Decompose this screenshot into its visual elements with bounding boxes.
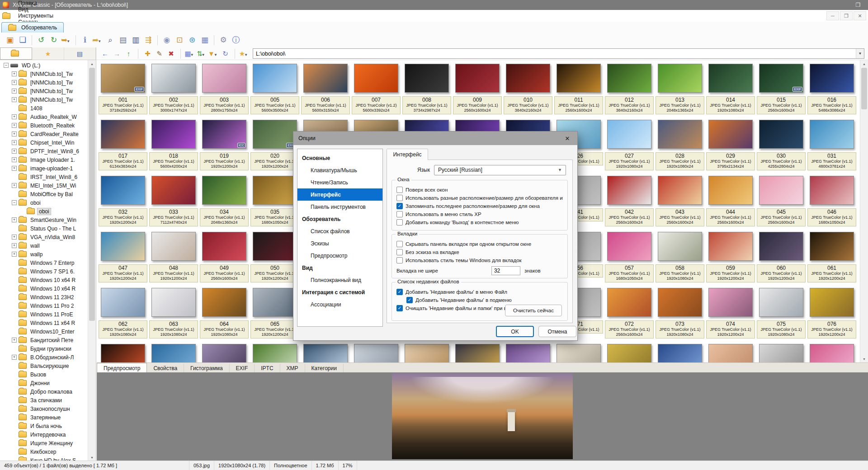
thumbnail-cell[interactable]: 049JPEG TrueColor (v1.1)2560x1600x24 <box>199 229 250 285</box>
info-tab-iptc[interactable]: IPTC <box>255 364 280 373</box>
mdi-close-button[interactable]: ✕ <box>854 11 866 20</box>
checkbox-unchecked[interactable] <box>396 187 403 193</box>
collapse-icon[interactable]: − <box>12 200 17 205</box>
dialog-tree-item-9[interactable]: Предпросмотр <box>297 249 382 262</box>
tree-item-23[interactable]: +wallp <box>0 250 88 258</box>
expand-icon[interactable]: + <box>12 235 17 240</box>
delete-button[interactable]: ✖ <box>166 49 176 59</box>
tree-item-4[interactable]: +[NNMClub.to]_Tw <box>0 87 88 95</box>
thumbnail-cell[interactable] <box>98 341 148 362</box>
dialog-tree-item-5[interactable]: Панель инструментов <box>297 201 382 213</box>
info-tab-предпросмотр[interactable]: Предпросмотр <box>97 363 147 373</box>
tree-item-6[interactable]: 1408 <box>0 104 88 113</box>
thumbnail-cell[interactable]: 007JPEG TrueColor (v1.2)5600x3392x24 <box>351 61 401 117</box>
scroll-down-icon[interactable]: ▼ <box>860 355 868 362</box>
dropdown-arrow-icon[interactable]: ▼ <box>190 53 194 57</box>
tree-item-30[interactable]: Windows 11 ProE <box>0 310 88 319</box>
thumbnail-cell[interactable]: 046JPEG TrueColor (v1.1)1680x1050x24 <box>807 173 857 229</box>
checkbox-row[interactable]: Добавить команду 'Выход' в контекстное м… <box>396 218 563 226</box>
thumbnail-cell[interactable]: 029JPEG TrueColor (v1.1)3795x2134x24 <box>705 117 756 173</box>
dialog-tree-item-13[interactable]: Ассоциации <box>297 298 382 310</box>
thumbnail-cell[interactable]: 064JPEG TrueColor (v1.1)1920x1080x24 <box>199 285 250 341</box>
thumbnail-cell[interactable]: 074JPEG TrueColor (v1.1)1920x1200x24 <box>705 285 756 341</box>
thumbnail-cell[interactable]: 027JPEG TrueColor (v1.1)1920x1080x24 <box>604 117 655 173</box>
checkbox-unchecked[interactable] <box>396 249 403 255</box>
expand-icon[interactable]: + <box>12 71 17 76</box>
expand-icon[interactable]: + <box>12 123 17 128</box>
tree-item-39[interactable]: Добро пожалова <box>0 387 88 396</box>
checkbox-checked[interactable]: ✓ <box>396 289 403 295</box>
tree-item-16[interactable]: MobiOffice by Bal <box>0 190 88 198</box>
thumbnail-cell[interactable] <box>300 341 351 362</box>
tree-item-44[interactable]: Интердевочка <box>0 430 88 439</box>
tree-item-12[interactable]: +Image Uploader 1. <box>0 155 88 164</box>
tree-item-31[interactable]: Windows 11 x64 R <box>0 319 88 327</box>
thumbnail-cell[interactable]: 017JPEG TrueColor (v1.1)6134x3834x24 <box>98 117 148 173</box>
tree-item-40[interactable]: За спичками <box>0 396 88 404</box>
expand-icon[interactable]: + <box>12 97 17 102</box>
thumbnail-cell[interactable]: EXIF001JPEG TrueColor (v1.1)3718x2592x24 <box>98 61 148 117</box>
tree-item-7[interactable]: +Audiao_Realtek_W <box>0 113 88 121</box>
tree-item-45[interactable]: Ищите Женщину <box>0 439 88 447</box>
thumbnail-cell[interactable]: ICC019JPEG TrueColor (v1.1)1920x1200x24 <box>199 117 250 173</box>
thumbnail-cell[interactable]: 072JPEG TrueColor (v1.1)2560x1600x24 <box>604 285 655 341</box>
checkbox-unchecked[interactable] <box>396 219 403 226</box>
thumbnail-cell[interactable]: 045JPEG TrueColor (v1.1)2560x1600x24 <box>756 173 807 229</box>
checkbox-unchecked[interactable] <box>396 241 403 247</box>
batch-convert-button[interactable]: ⇶ <box>142 34 155 46</box>
sort-button[interactable]: ⇅▼ <box>197 49 207 59</box>
dropdown-arrow-icon[interactable]: ▼ <box>244 53 248 57</box>
tree-item-22[interactable]: +wall <box>0 241 88 250</box>
thumbnail-cell[interactable]: 042JPEG TrueColor (v1.1)2560x1600x24 <box>604 173 655 229</box>
contact-sheet-button[interactable]: ▦ <box>198 34 211 46</box>
favorites-button[interactable]: ★▼ <box>239 49 250 59</box>
thumbnail-cell[interactable]: 033JPEG TrueColor (v1.1)7112x4740x24 <box>148 173 199 229</box>
rename-edit-button[interactable]: ✎ <box>154 49 165 59</box>
dialog-tree-item-7[interactable]: Список файлов <box>297 225 382 237</box>
mdi-minimize-button[interactable]: ─ <box>826 11 839 20</box>
open-with-button[interactable]: ➦▼ <box>91 34 104 46</box>
tree-item-19[interactable]: +SmartGesture_Win <box>0 216 88 224</box>
convert-button[interactable]: ➥▼ <box>60 34 73 46</box>
expand-icon[interactable]: + <box>12 80 17 85</box>
grid-scrollbar[interactable]: ▲ ▼ <box>860 60 868 362</box>
thumbnail-cell[interactable]: 061JPEG TrueColor (v1.1)1920x1200x24 <box>807 229 857 285</box>
info-tab-свойства[interactable]: Свойства <box>147 364 184 373</box>
thumbnail-cell[interactable]: 076JPEG TrueColor (v1.1)1920x1200x24 <box>807 285 857 341</box>
tree-item-10[interactable]: +Chipset_Intel_Win <box>0 138 88 147</box>
print-button[interactable]: ▤ <box>117 34 129 46</box>
tree-item-28[interactable]: Windows 11 23H2 <box>0 293 88 301</box>
checkbox-row[interactable]: ✓Запоминать последнее расположение/разме… <box>396 202 563 210</box>
tree-item-42[interactable]: Затерянные <box>0 413 88 422</box>
checkbox-unchecked[interactable] <box>396 257 403 263</box>
checkbox-unchecked[interactable] <box>396 211 403 217</box>
thumbnail-cell[interactable]: 062JPEG TrueColor (v1.1)1920x1080x24 <box>98 285 148 341</box>
thumbnail-cell[interactable]: 013JPEG TrueColor (v1.1)2048x1365x24 <box>655 61 705 117</box>
tree-item-46[interactable]: Кикбоксер <box>0 447 88 456</box>
about-info-button[interactable]: ⓘ <box>230 34 242 46</box>
thumbnail-cell[interactable] <box>401 341 452 362</box>
properties-info-button[interactable]: ℹ <box>79 34 91 46</box>
thumbnail-cell[interactable]: 031JPEG TrueColor (v1.1)4800x3781x24 <box>807 117 857 173</box>
thumbnail-cell[interactable] <box>199 341 250 362</box>
filter-button[interactable]: ▼▼ <box>208 49 219 59</box>
expand-icon[interactable]: + <box>12 132 17 136</box>
tree-item-26[interactable]: Windows 10 x64 R <box>0 276 88 284</box>
acquire-scan-button[interactable]: ▥ <box>129 34 142 46</box>
thumbnail-cell[interactable] <box>351 341 401 362</box>
tree-item-43[interactable]: И была ночь <box>0 422 88 430</box>
thumbnail-cell[interactable]: 016JPEG TrueColor (v1.1)5486x3086x24 <box>807 61 857 117</box>
mdi-restore-button[interactable]: ❐ <box>840 11 853 20</box>
tree-item-15[interactable]: +MEI_Intel_15M_Wi <box>0 181 88 190</box>
menu-item-4[interactable]: Инструменты <box>13 13 58 19</box>
thumbnail-cell[interactable]: EXIF015JPEG TrueColor (v1.1)2560x1600x24 <box>756 61 807 117</box>
expand-icon[interactable]: + <box>12 183 17 188</box>
checkbox-checked[interactable]: ✓ <box>396 305 403 311</box>
tree-item-34[interactable]: Будни грузински <box>0 344 88 353</box>
dropdown-arrow-icon[interactable]: ▼ <box>66 39 70 43</box>
thumbnail-cell[interactable]: 008JPEG TrueColor (v1.1)3734x2987x24 <box>401 61 452 117</box>
image-viewer-button[interactable]: ▣ <box>4 34 16 46</box>
tree-item-11[interactable]: +DPTF_Intel_Win8_6 <box>0 147 88 155</box>
cancel-button[interactable]: Отмена <box>538 326 576 337</box>
tab-width-input[interactable] <box>491 266 520 275</box>
